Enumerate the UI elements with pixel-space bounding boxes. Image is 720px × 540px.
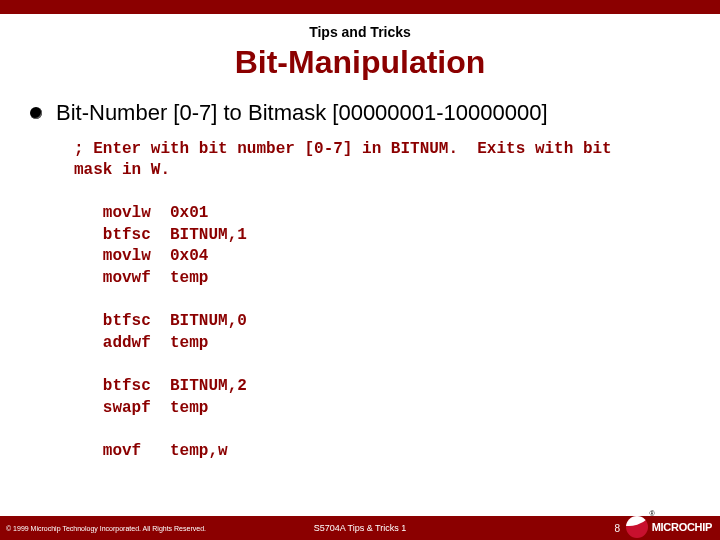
bullet-text: Bit-Number [0-7] to Bitmask [00000001-10… [56, 99, 548, 127]
microchip-logo: ® MICROCHIP [626, 516, 712, 538]
logo-circle-icon [626, 516, 648, 538]
bullet-icon [30, 107, 42, 119]
top-accent-bar [0, 0, 720, 14]
bullet-row: Bit-Number [0-7] to Bitmask [00000001-10… [30, 99, 690, 127]
header-label: Tips and Tricks [0, 24, 720, 40]
page-number: 8 [614, 523, 620, 534]
logo-swoosh-icon [626, 516, 648, 529]
code-block: ; Enter with bit number [0-7] in BITNUM.… [74, 139, 690, 463]
footer-bar: © 1999 Microchip Technology Incorporated… [0, 516, 720, 540]
slide-title: Bit-Manipulation [0, 44, 720, 81]
copyright-text: © 1999 Microchip Technology Incorporated… [0, 525, 206, 532]
logo-text: MICROCHIP [652, 521, 712, 533]
content-area: Bit-Number [0-7] to Bitmask [00000001-10… [0, 99, 720, 462]
registered-icon: ® [650, 510, 655, 517]
footer-center-text: S5704A Tips & Tricks 1 [314, 523, 407, 533]
logo-mark: ® [626, 516, 648, 538]
